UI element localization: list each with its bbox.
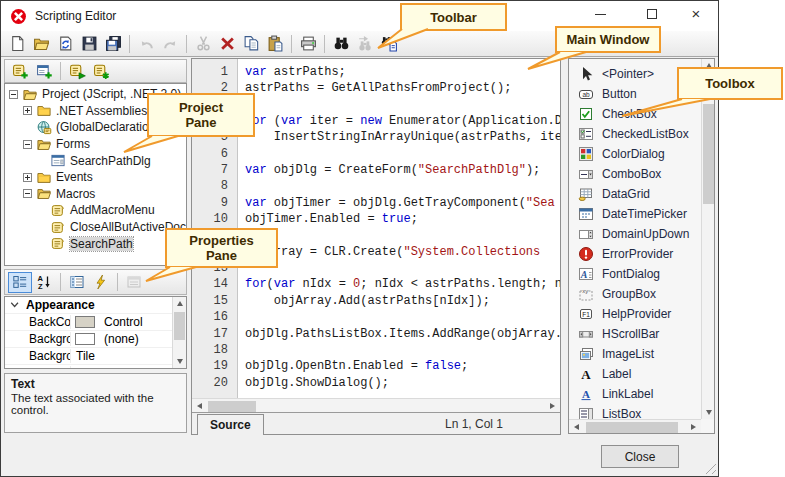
paste-button[interactable] (263, 33, 287, 55)
form-icon (50, 153, 66, 168)
save-button[interactable] (77, 33, 101, 55)
code-line[interactable]: objDlg.PathsListBox.Items.AddRange(objAr… (245, 327, 560, 343)
collapse-icon[interactable] (23, 189, 32, 198)
toolbar-separator (291, 35, 292, 53)
code-line[interactable]: objArray.Add(astrPaths[nIdx]); (245, 294, 560, 310)
sort-az-button[interactable]: AZ (32, 272, 56, 293)
toolbar-separator (60, 273, 61, 291)
prop-pages-icon (126, 274, 142, 290)
toolbox-item-label: ErrorProvider (602, 247, 673, 261)
color-swatch (75, 333, 95, 345)
copy-button[interactable] (239, 33, 263, 55)
new-form-button[interactable] (32, 60, 56, 82)
editor-horizontal-scrollbar[interactable] (192, 398, 560, 412)
prop-list-button[interactable] (65, 272, 89, 293)
property-value: Control (99, 315, 143, 329)
collapse-icon[interactable] (23, 140, 32, 149)
code-line[interactable] (245, 98, 560, 114)
toolbox-item-datetimepicker[interactable]: DateTimePicker (569, 204, 701, 224)
toolbox-item-imagelist[interactable]: ImageList (569, 344, 701, 364)
delete-button[interactable] (215, 33, 239, 55)
maximize-button[interactable] (635, 1, 669, 27)
toolbox-item-helpprovider[interactable]: F1HelpProvider (569, 304, 701, 324)
grid-category-row[interactable]: Appearance (5, 297, 172, 314)
tree-item-closeallbutactivedoc[interactable]: CloseAllButActiveDoc (5, 219, 186, 236)
property-name: Backgroun (5, 332, 71, 346)
toolbox-item-groupbox[interactable]: xyGroupBox (569, 284, 701, 304)
collapse-icon[interactable] (9, 90, 18, 99)
toolbox-item-datagrid[interactable]: DataGrid (569, 184, 701, 204)
toolbox-item-listbox[interactable]: ListBox (569, 404, 701, 419)
new-button[interactable] (5, 33, 29, 55)
toolbox-horizontal-scrollbar[interactable] (569, 419, 701, 433)
resize-grip[interactable] (703, 461, 716, 474)
cut-icon (195, 35, 212, 52)
code-line[interactable] (245, 310, 560, 326)
tree-item-addmacromenu[interactable]: AddMacroMenu (5, 202, 186, 219)
code-line[interactable]: astrPaths = GetAllPathsFromProject(); (245, 81, 560, 97)
code-line[interactable]: for(var nIdx = 0; nIdx < astrPaths.lengt… (245, 277, 560, 293)
expand-icon[interactable] (23, 173, 32, 182)
tree-item-label: SearchPath (70, 237, 133, 251)
code-line[interactable]: var astrPaths; (245, 65, 560, 81)
code-line[interactable]: InsertStringInArrayUnique(astrPaths, ite (245, 130, 560, 146)
code-line[interactable]: var objTimer = objDlg.GetTrayComponent("… (245, 196, 560, 212)
code-line[interactable] (245, 147, 560, 163)
code-line[interactable] (245, 343, 560, 359)
code-line[interactable] (245, 261, 560, 277)
toolbox-item-errorprovider[interactable]: ErrorProvider (569, 244, 701, 264)
code-line[interactable] (245, 228, 560, 244)
code-line[interactable]: objArray = CLR.Create("System.Collection… (245, 245, 560, 261)
code-line[interactable]: objTimer.Enabled = true; (245, 212, 560, 228)
fontdialog-icon: A (578, 266, 594, 282)
expand-icon[interactable] (23, 106, 32, 115)
build-macro-button[interactable] (89, 60, 113, 82)
code-line[interactable]: var objDlg = CreateForm("SearchPathDlg")… (245, 163, 560, 179)
run-macro-button[interactable] (65, 60, 89, 82)
new-macro-button[interactable] (8, 60, 32, 82)
toolbox-item-hscrollbar[interactable]: HScrollBar (569, 324, 701, 344)
find-button[interactable] (329, 33, 353, 55)
toolbox-item-combobox[interactable]: ComboBox (569, 164, 701, 184)
code-area[interactable]: var astrPaths;astrPaths = GetAllPathsFro… (239, 59, 560, 398)
property-description: Text The text associated with the contro… (4, 373, 187, 433)
property-row[interactable]: CursorDefault (5, 365, 172, 369)
close-button[interactable]: Close (601, 445, 679, 468)
property-row[interactable]: Backgroun(none) (5, 331, 172, 348)
tree-item-macros[interactable]: Macros (5, 186, 186, 203)
tree-item-label: SearchPathDlg (70, 154, 151, 168)
code-line[interactable]: objDlg.ShowDialog(); (245, 376, 560, 392)
property-row[interactable]: BackColorControl (5, 314, 172, 331)
tab-source[interactable]: Source (197, 414, 264, 435)
toolbox-item-domainupdown[interactable]: DomainUpDown (569, 224, 701, 244)
toolbox-item-label[interactable]: ALabel (569, 364, 701, 384)
sort-az-icon: AZ (36, 274, 52, 290)
property-row[interactable]: BackgrounTile (5, 348, 172, 365)
code-line[interactable]: for (var iter = new Enumerator(Applicati… (245, 114, 560, 130)
toolbox-item-colordialog[interactable]: ColorDialog (569, 144, 701, 164)
datagrid-icon (578, 186, 594, 202)
svg-text:xy: xy (582, 288, 588, 294)
macro-icon (50, 236, 66, 251)
svg-text:A: A (582, 388, 590, 400)
code-line[interactable] (245, 179, 560, 195)
code-line[interactable]: objDlg.OpenBtn.Enabled = false; (245, 359, 560, 375)
open-button[interactable] (29, 33, 53, 55)
line-number: 6 (192, 147, 237, 163)
window-title: Scripting Editor (35, 9, 116, 23)
print-button[interactable] (296, 33, 320, 55)
properties-grid-scrollbar[interactable] (172, 297, 186, 368)
save-all-button[interactable] (101, 33, 125, 55)
toolbox-item-linklabel[interactable]: ALinkLabel (569, 384, 701, 404)
categorized-button[interactable] (8, 272, 32, 293)
tree-item-searchpath[interactable]: SearchPath (5, 235, 186, 252)
close-window-button[interactable]: × (679, 1, 713, 27)
reload-button[interactable] (53, 33, 77, 55)
tree-item-events[interactable]: Events (5, 169, 186, 186)
tree-item-label: Forms (56, 137, 90, 151)
toolbox-item-checkedlistbox[interactable]: CheckedListBox (569, 124, 701, 144)
toolbox-item-fontdialog[interactable]: AFontDialog (569, 264, 701, 284)
minimize-button[interactable] (583, 1, 617, 27)
events-button[interactable] (89, 272, 113, 293)
project-pane-toolbar (4, 59, 187, 83)
